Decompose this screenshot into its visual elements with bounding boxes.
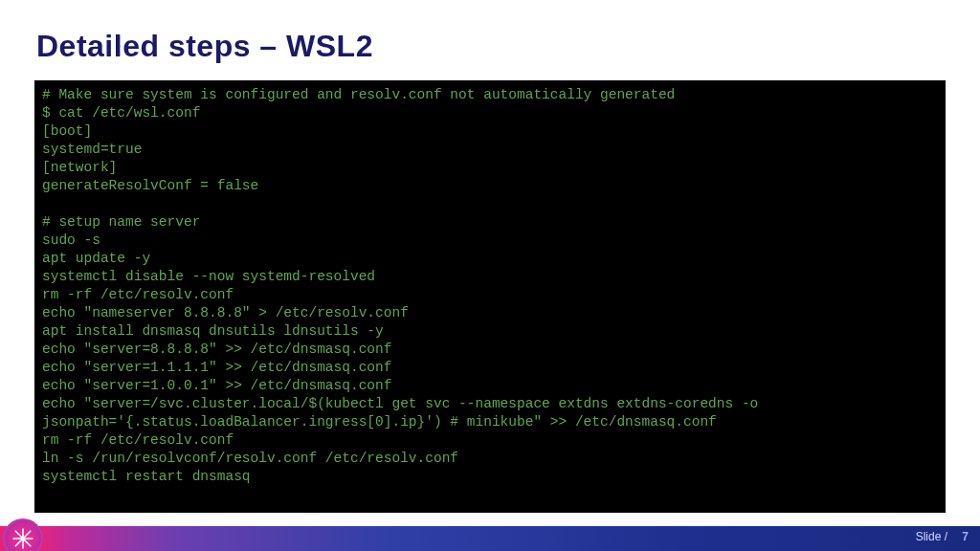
- footer-bar: Slide / 7: [0, 526, 980, 551]
- slide: Detailed steps – WSL2 # Make sure system…: [0, 0, 980, 551]
- brand-logo-icon: [3, 518, 43, 551]
- footer-page-number: 7: [962, 530, 969, 543]
- footer-slide-label: Slide /: [916, 530, 947, 543]
- terminal-block: # Make sure system is configured and res…: [34, 80, 946, 513]
- slide-title: Detailed steps – WSL2: [36, 29, 373, 64]
- svg-point-4: [21, 537, 24, 540]
